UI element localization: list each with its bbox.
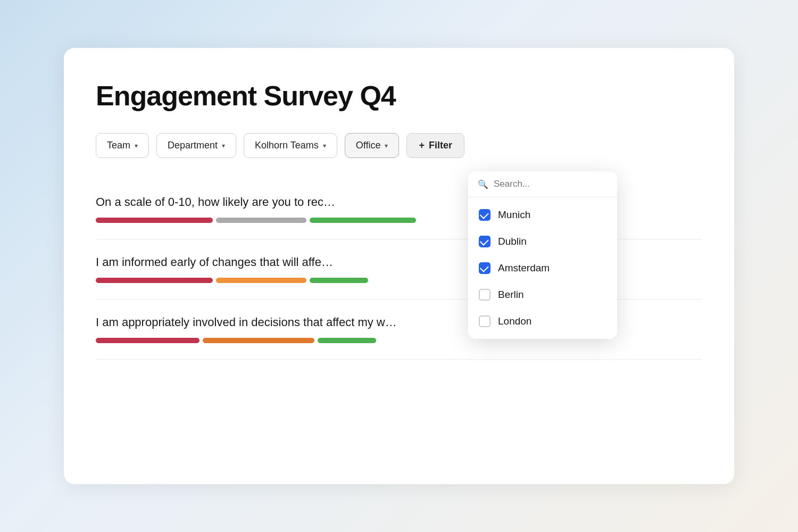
office-label-dublin: Dublin <box>498 236 527 247</box>
office-option-dublin[interactable]: Dublin <box>468 228 617 255</box>
team-chevron-icon: ▾ <box>135 142 138 149</box>
office-checkbox-munich[interactable] <box>479 209 491 221</box>
department-filter-label: Department <box>168 140 218 151</box>
office-option-london[interactable]: London <box>468 308 617 335</box>
page-title: Engagement Survey Q4 <box>96 80 702 112</box>
main-card: Engagement Survey Q4 Team ▾ Department ▾… <box>64 48 734 484</box>
office-option-amsterdam[interactable]: Amsterdam <box>468 255 617 281</box>
add-filter-button[interactable]: + Filter <box>406 133 464 158</box>
department-filter-button[interactable]: Department ▾ <box>156 133 236 158</box>
filters-row: Team ▾ Department ▾ Kolhorn Teams ▾ Offi… <box>96 133 702 158</box>
office-option-berlin[interactable]: Berlin <box>468 281 617 308</box>
office-label-munich: Munich <box>498 209 530 221</box>
office-checkbox-amsterdam[interactable] <box>479 262 491 274</box>
bar-0-1 <box>216 218 306 223</box>
filter-label: Filter <box>429 140 452 151</box>
kolhorn-teams-filter-button[interactable]: Kolhorn Teams ▾ <box>244 133 337 158</box>
search-icon: 🔍 <box>478 179 488 189</box>
bar-0-2 <box>310 218 416 223</box>
office-label-berlin: Berlin <box>498 289 524 301</box>
team-filter-label: Team <box>107 140 130 151</box>
office-checkbox-dublin[interactable] <box>479 236 491 247</box>
bar-2-0 <box>96 338 200 343</box>
office-search-input[interactable] <box>494 179 608 189</box>
bar-1-1 <box>216 278 306 283</box>
kolhorn-teams-filter-label: Kolhorn Teams <box>255 140 319 151</box>
office-label-amsterdam: Amsterdam <box>498 262 550 274</box>
office-filter-label: Office <box>356 140 381 151</box>
bar-2-2 <box>318 338 376 343</box>
bar-1-2 <box>310 278 368 283</box>
office-chevron-icon: ▾ <box>385 142 388 149</box>
office-checkbox-london[interactable] <box>479 315 491 327</box>
department-chevron-icon: ▾ <box>222 142 225 149</box>
bar-1-0 <box>96 278 213 283</box>
kolhorn-teams-chevron-icon: ▾ <box>323 142 326 149</box>
plus-icon: + <box>419 140 425 151</box>
office-checkbox-berlin[interactable] <box>479 289 491 301</box>
team-filter-button[interactable]: Team ▾ <box>96 133 149 158</box>
bar-0-0 <box>96 218 213 223</box>
office-dropdown: 🔍 MunichDublinAmsterdamBerlinLondon <box>468 171 617 339</box>
office-dropdown-list: MunichDublinAmsterdamBerlinLondon <box>468 197 617 339</box>
office-label-london: London <box>498 315 531 327</box>
bar-2-1 <box>203 338 314 343</box>
dropdown-search-row: 🔍 <box>468 171 617 197</box>
office-option-munich[interactable]: Munich <box>468 202 617 228</box>
office-filter-button[interactable]: Office ▾ <box>345 133 400 158</box>
